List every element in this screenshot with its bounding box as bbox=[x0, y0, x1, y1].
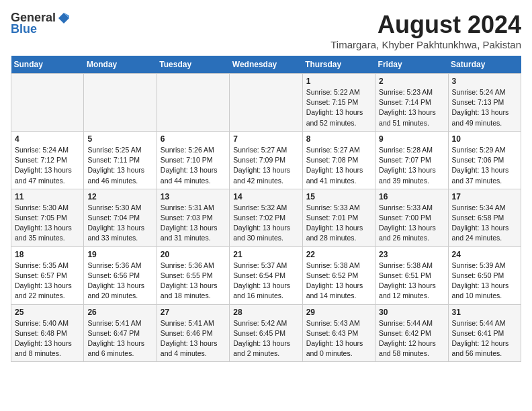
logo-icon bbox=[57, 11, 71, 25]
day-info: Sunrise: 5:31 AMSunset: 7:03 PMDaylight:… bbox=[161, 203, 226, 244]
day-number: 31 bbox=[452, 308, 517, 317]
calendar-body: 1Sunrise: 5:22 AMSunset: 7:15 PMDaylight… bbox=[11, 74, 521, 362]
header-day-wednesday: Wednesday bbox=[230, 56, 302, 74]
calendar-cell: 11Sunrise: 5:30 AMSunset: 7:05 PMDayligh… bbox=[11, 189, 84, 246]
day-info: Sunrise: 5:44 AMSunset: 6:41 PMDaylight:… bbox=[452, 318, 517, 359]
calendar-cell: 5Sunrise: 5:25 AMSunset: 7:11 PMDaylight… bbox=[84, 131, 157, 189]
calendar-cell: 7Sunrise: 5:27 AMSunset: 7:09 PMDaylight… bbox=[230, 131, 302, 189]
day-info: Sunrise: 5:32 AMSunset: 7:02 PMDaylight:… bbox=[233, 203, 298, 244]
day-number: 29 bbox=[306, 308, 371, 317]
calendar-cell: 23Sunrise: 5:38 AMSunset: 6:51 PMDayligh… bbox=[375, 246, 448, 304]
calendar-cell: 30Sunrise: 5:44 AMSunset: 6:42 PMDayligh… bbox=[375, 304, 448, 362]
calendar-cell: 24Sunrise: 5:39 AMSunset: 6:50 PMDayligh… bbox=[448, 246, 521, 304]
day-number: 1 bbox=[306, 77, 371, 86]
svg-marker-0 bbox=[58, 13, 69, 24]
calendar-cell: 20Sunrise: 5:36 AMSunset: 6:55 PMDayligh… bbox=[157, 246, 229, 304]
logo-blue-text: Blue bbox=[11, 22, 37, 36]
day-number: 2 bbox=[379, 77, 444, 86]
logo: General Blue bbox=[11, 11, 72, 36]
day-info: Sunrise: 5:43 AMSunset: 6:43 PMDaylight:… bbox=[306, 318, 371, 359]
day-info: Sunrise: 5:42 AMSunset: 6:45 PMDaylight:… bbox=[233, 318, 298, 359]
day-info: Sunrise: 5:41 AMSunset: 6:46 PMDaylight:… bbox=[161, 318, 226, 359]
title-block: August 2024 Timargara, Khyber Pakhtunkhw… bbox=[330, 11, 521, 50]
day-info: Sunrise: 5:44 AMSunset: 6:42 PMDaylight:… bbox=[379, 318, 444, 359]
calendar-cell: 18Sunrise: 5:35 AMSunset: 6:57 PMDayligh… bbox=[11, 246, 84, 304]
week-row-1: 1Sunrise: 5:22 AMSunset: 7:15 PMDaylight… bbox=[11, 74, 521, 132]
header-day-tuesday: Tuesday bbox=[157, 56, 229, 74]
calendar-cell: 3Sunrise: 5:24 AMSunset: 7:13 PMDaylight… bbox=[448, 74, 521, 132]
day-info: Sunrise: 5:22 AMSunset: 7:15 PMDaylight:… bbox=[306, 87, 371, 128]
header-day-thursday: Thursday bbox=[302, 56, 375, 74]
calendar-header: SundayMondayTuesdayWednesdayThursdayFrid… bbox=[11, 56, 521, 74]
day-number: 26 bbox=[87, 308, 152, 317]
day-number: 7 bbox=[233, 134, 298, 144]
calendar-cell: 22Sunrise: 5:38 AMSunset: 6:52 PMDayligh… bbox=[302, 246, 375, 304]
day-info: Sunrise: 5:38 AMSunset: 6:52 PMDaylight:… bbox=[306, 261, 371, 302]
day-info: Sunrise: 5:33 AMSunset: 7:00 PMDaylight:… bbox=[379, 203, 444, 244]
calendar-cell: 2Sunrise: 5:23 AMSunset: 7:14 PMDaylight… bbox=[375, 74, 448, 132]
calendar-cell: 17Sunrise: 5:34 AMSunset: 6:58 PMDayligh… bbox=[448, 189, 521, 246]
calendar-cell: 29Sunrise: 5:43 AMSunset: 6:43 PMDayligh… bbox=[302, 304, 375, 362]
calendar-cell bbox=[157, 74, 229, 132]
header-day-monday: Monday bbox=[84, 56, 157, 74]
day-info: Sunrise: 5:30 AMSunset: 7:04 PMDaylight:… bbox=[87, 203, 152, 244]
day-number: 28 bbox=[233, 308, 298, 317]
day-number: 21 bbox=[233, 250, 298, 259]
week-row-5: 25Sunrise: 5:40 AMSunset: 6:48 PMDayligh… bbox=[11, 304, 521, 362]
day-number: 19 bbox=[87, 250, 152, 259]
day-number: 27 bbox=[161, 308, 226, 317]
day-info: Sunrise: 5:39 AMSunset: 6:50 PMDaylight:… bbox=[452, 261, 517, 302]
day-number: 12 bbox=[87, 192, 152, 201]
calendar-cell: 1Sunrise: 5:22 AMSunset: 7:15 PMDaylight… bbox=[302, 74, 375, 132]
day-number: 13 bbox=[161, 192, 226, 201]
day-number: 25 bbox=[15, 308, 80, 317]
page-header: General Blue August 2024 Timargara, Khyb… bbox=[11, 11, 521, 50]
day-number: 4 bbox=[15, 134, 80, 144]
day-info: Sunrise: 5:30 AMSunset: 7:05 PMDaylight:… bbox=[15, 203, 80, 244]
header-day-sunday: Sunday bbox=[11, 56, 84, 74]
day-info: Sunrise: 5:36 AMSunset: 6:55 PMDaylight:… bbox=[161, 261, 226, 302]
calendar-cell bbox=[84, 74, 157, 132]
day-info: Sunrise: 5:27 AMSunset: 7:09 PMDaylight:… bbox=[233, 145, 298, 186]
day-number: 14 bbox=[233, 192, 298, 201]
calendar-cell: 10Sunrise: 5:29 AMSunset: 7:06 PMDayligh… bbox=[448, 131, 521, 189]
calendar-cell: 25Sunrise: 5:40 AMSunset: 6:48 PMDayligh… bbox=[11, 304, 84, 362]
day-number: 10 bbox=[452, 134, 517, 144]
day-info: Sunrise: 5:33 AMSunset: 7:01 PMDaylight:… bbox=[306, 203, 371, 244]
day-info: Sunrise: 5:25 AMSunset: 7:11 PMDaylight:… bbox=[87, 145, 152, 186]
day-info: Sunrise: 5:38 AMSunset: 6:51 PMDaylight:… bbox=[379, 261, 444, 302]
calendar-table: SundayMondayTuesdayWednesdayThursdayFrid… bbox=[11, 56, 521, 362]
day-number: 18 bbox=[15, 250, 80, 259]
day-number: 5 bbox=[87, 134, 152, 144]
day-number: 8 bbox=[306, 134, 371, 144]
day-info: Sunrise: 5:40 AMSunset: 6:48 PMDaylight:… bbox=[15, 318, 80, 359]
day-info: Sunrise: 5:24 AMSunset: 7:12 PMDaylight:… bbox=[15, 145, 80, 186]
day-number: 23 bbox=[379, 250, 444, 259]
day-info: Sunrise: 5:26 AMSunset: 7:10 PMDaylight:… bbox=[161, 145, 226, 186]
day-number: 20 bbox=[161, 250, 226, 259]
calendar-cell: 19Sunrise: 5:36 AMSunset: 6:56 PMDayligh… bbox=[84, 246, 157, 304]
day-info: Sunrise: 5:29 AMSunset: 7:06 PMDaylight:… bbox=[452, 145, 517, 186]
calendar-cell: 8Sunrise: 5:27 AMSunset: 7:08 PMDaylight… bbox=[302, 131, 375, 189]
header-day-friday: Friday bbox=[375, 56, 448, 74]
day-info: Sunrise: 5:27 AMSunset: 7:08 PMDaylight:… bbox=[306, 145, 371, 186]
day-number: 9 bbox=[379, 134, 444, 144]
calendar-cell: 16Sunrise: 5:33 AMSunset: 7:00 PMDayligh… bbox=[375, 189, 448, 246]
day-info: Sunrise: 5:41 AMSunset: 6:47 PMDaylight:… bbox=[87, 318, 152, 359]
day-info: Sunrise: 5:37 AMSunset: 6:54 PMDaylight:… bbox=[233, 261, 298, 302]
main-title: August 2024 bbox=[330, 11, 521, 39]
calendar-cell: 13Sunrise: 5:31 AMSunset: 7:03 PMDayligh… bbox=[157, 189, 229, 246]
day-number: 30 bbox=[379, 308, 444, 317]
calendar-cell bbox=[11, 74, 84, 132]
week-row-2: 4Sunrise: 5:24 AMSunset: 7:12 PMDaylight… bbox=[11, 131, 521, 189]
day-info: Sunrise: 5:28 AMSunset: 7:07 PMDaylight:… bbox=[379, 145, 444, 186]
subtitle: Timargara, Khyber Pakhtunkhwa, Pakistan bbox=[330, 39, 521, 50]
day-number: 6 bbox=[161, 134, 226, 144]
calendar-cell: 15Sunrise: 5:33 AMSunset: 7:01 PMDayligh… bbox=[302, 189, 375, 246]
header-day-saturday: Saturday bbox=[448, 56, 521, 74]
header-row: SundayMondayTuesdayWednesdayThursdayFrid… bbox=[11, 56, 521, 74]
day-number: 17 bbox=[452, 192, 517, 201]
day-number: 22 bbox=[306, 250, 371, 259]
day-info: Sunrise: 5:36 AMSunset: 6:56 PMDaylight:… bbox=[87, 261, 152, 302]
week-row-3: 11Sunrise: 5:30 AMSunset: 7:05 PMDayligh… bbox=[11, 189, 521, 246]
